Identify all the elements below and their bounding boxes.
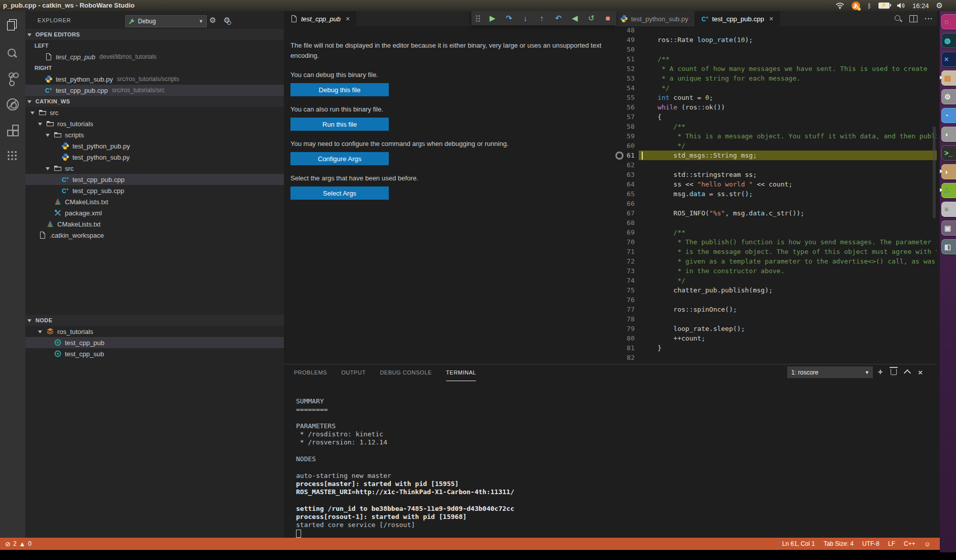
launcher-file-cabinet-icon[interactable]: ▤ [941,70,956,86]
tree-row[interactable]: C+test_cpp_sub.cpp [25,185,284,196]
launcher-dark-media-app-icon[interactable]: ◍ [941,33,956,48]
status-item[interactable]: C++ [904,540,915,547]
launcher-x-app-icon[interactable]: × [941,52,956,67]
more-actions-icon[interactable]: ··· [925,15,933,23]
tree-row[interactable]: ros_tutorials [25,118,284,129]
more-apps-icon[interactable] [7,150,18,161]
tree-row[interactable]: scripts [25,129,284,140]
tree-row[interactable]: test_python_pub.py [25,140,284,152]
launcher-terminal-app-icon[interactable]: >_ [941,145,956,161]
configure-args-button[interactable]: Configure Args [290,152,389,165]
stop-icon[interactable]: ■ [603,11,612,25]
launcher-disk-utility-icon[interactable]: ≡ [941,202,956,217]
step-into-icon[interactable]: ↓ [521,11,530,25]
svg-text:+: + [50,87,52,92]
open-editor-item[interactable]: C+test_cpp_pub.cppsrc/ros_tutorials/src [25,85,284,96]
launcher-satellite-tool-icon[interactable]: ◖ [941,127,956,142]
node-row[interactable]: test_cpp_sub [25,348,284,359]
extensions-icon[interactable] [7,126,19,138]
debug-this-file-button[interactable]: Debug this file [290,83,389,96]
tree-row[interactable]: .catkin_workspace [25,230,284,241]
settings-gear-icon[interactable]: ⚙ [224,16,230,24]
drag-handle-icon[interactable] [475,15,481,22]
workspace-header[interactable]: CATKIN_WS [25,96,284,107]
restart-icon[interactable]: ↺ [587,11,596,25]
status-item[interactable]: Ln 61, Col 1 [782,540,815,547]
source-control-icon[interactable] [7,72,19,84]
status-item[interactable]: UTF-8 [862,540,879,547]
tree-row[interactable]: package.xml [25,207,284,218]
editor-tab-test_cpp_pub.cpp[interactable]: C+test_cpp_pub.cpp× [695,11,780,26]
close-panel-icon[interactable]: × [918,368,923,377]
terminal-picker[interactable]: 1: roscore▼ [787,366,873,378]
line-number: 55 [614,93,635,102]
step-over-icon[interactable]: ↷ [504,11,513,25]
clock[interactable]: 16:24 [912,2,929,10]
continue-icon[interactable]: ▶ [488,11,497,25]
panel-tab-problems[interactable]: PROBLEMS [294,364,327,381]
tree-row[interactable]: src [25,107,284,118]
panel-tab-debug-console[interactable]: DEBUG CONSOLE [380,364,431,381]
tree-row[interactable]: src [25,163,284,174]
session-gear-icon[interactable]: ⚙ [936,0,943,11]
launcher-green-dots-app-icon[interactable]: ∴ [941,183,956,198]
breakpoint-icon[interactable] [615,152,623,160]
editor-gutter[interactable]: 4849505152535455565758596061626364656667… [614,26,635,364]
launcher-chromium-icon[interactable]: ◔ [941,108,956,123]
kill-terminal-icon[interactable] [891,369,897,375]
close-icon[interactable]: × [769,15,773,22]
select-args-button[interactable]: Select Args [290,186,389,200]
build-config-dropdown[interactable]: Debug ▼ [125,15,207,27]
terminal-output[interactable]: SUMMARY======== PARAMETERS * /rosdistro:… [296,397,904,530]
run-this-file-button[interactable]: Run this file [290,118,389,131]
node-row[interactable]: ros_tutorials [25,326,284,337]
system-tray: あ ᛒ ⚡ 16:24 ⚙ [835,0,943,11]
folder-icon [46,120,54,128]
feedback-smiley-icon[interactable]: ☺ [924,540,931,548]
problems-status[interactable]: ⊘ 2 ▲ 0 [5,538,31,550]
tree-row[interactable]: CMakeLists.txt [25,196,284,207]
launcher-app-13-icon[interactable]: ◧ [941,239,956,254]
code-area[interactable]: ros::Rate loop_rate(10); /** * A count o… [642,26,937,364]
bluetooth-icon[interactable]: ᛒ [867,2,871,10]
battery-icon[interactable]: ⚡ [878,3,890,9]
reverse-continue-icon[interactable]: ◀ [570,11,579,25]
open-editor-item[interactable]: test_python_sub.pysrc/ros_tutorials/scri… [25,73,284,85]
launcher-app-12-icon[interactable]: ▣ [941,220,956,236]
terminal-line [296,463,904,471]
step-out-icon[interactable]: ↑ [537,11,546,25]
explorer-icon[interactable] [7,19,19,31]
open-editor-item[interactable]: test_cpp_pubdevel/lib/ros_tutorials [25,51,284,62]
line-number: 53 [614,73,635,83]
input-method-icon[interactable]: あ [852,2,860,10]
tree-row[interactable]: C+test_cpp_pub.cpp [25,174,284,185]
editor-tab-test_python_sub.py[interactable]: test_python_sub.py [614,11,695,26]
wifi-icon[interactable] [835,3,844,9]
line-number: 75 [614,285,635,295]
split-editor-icon[interactable] [909,15,917,22]
status-item[interactable]: LF [888,540,895,547]
launcher-ubuntu-icon[interactable]: ◌ [941,14,956,29]
config-gear-icon[interactable]: ⚙ [209,16,216,24]
launcher-paint-app-icon[interactable]: ◗ [941,164,956,179]
code-line: * given as a template parameter to the a… [642,256,935,266]
tree-row[interactable]: CMakeLists.txt [25,218,284,230]
node-row[interactable]: test_cpp_pub [25,337,284,348]
maximize-panel-icon[interactable] [904,369,911,377]
open-preview-icon[interactable] [894,15,902,23]
tab-test-cpp-pub-binary[interactable]: test_cpp_pub × [284,11,356,26]
debug-icon[interactable] [7,98,19,110]
open-editors-header[interactable]: OPEN EDITORS [25,29,284,40]
panel-tab-terminal[interactable]: TERMINAL [446,364,476,381]
new-terminal-icon[interactable]: + [878,367,883,377]
tree-row[interactable]: test_python_sub.py [25,152,284,163]
node-header[interactable]: NODE [25,315,284,326]
volume-icon[interactable] [897,2,905,9]
panel-tab-output[interactable]: OUTPUT [341,364,365,381]
search-icon[interactable] [7,48,19,60]
close-icon[interactable]: × [346,15,350,22]
launcher-system-settings-icon[interactable]: ⚙ [941,89,956,104]
editor-scrollbar[interactable] [933,127,936,218]
status-item[interactable]: Tab Size: 4 [824,540,854,547]
step-back-icon[interactable]: ↶ [554,11,563,25]
